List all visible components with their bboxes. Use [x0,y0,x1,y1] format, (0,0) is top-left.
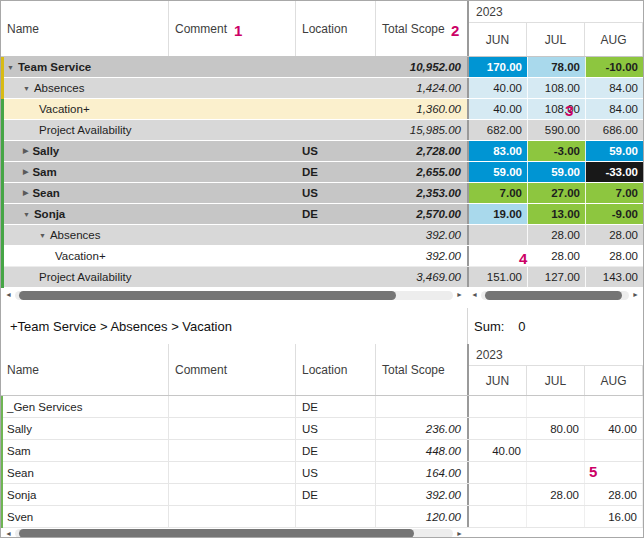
month-value-cell[interactable]: -3.00 [527,141,585,161]
month-value-cell[interactable] [527,440,585,461]
column-header-name[interactable]: Name [1,1,169,56]
month-value-cell[interactable] [469,396,527,417]
month-value-cell[interactable]: 59.00 [469,162,527,182]
scroll-right-arrow-icon[interactable]: ► [454,528,465,538]
month-header-jul[interactable]: JUL [527,23,585,56]
table-row[interactable]: SonjaDE392.0028.0028.00 [1,484,643,506]
month-value-cell[interactable] [469,418,527,439]
table-row[interactable]: ▼Absences1,424.0040.00108.0084.00 [1,78,643,99]
month-value-cell[interactable]: 40.00 [469,440,527,461]
table-row[interactable]: ▼Team Service10,952.00170.0078.00-10.00 [1,57,643,78]
month-value-cell[interactable]: -9.00 [585,204,643,224]
month-value-cell[interactable]: -10.00 [585,57,643,77]
month-value-cell[interactable]: 143.00 [585,267,643,287]
table-row[interactable]: Project Availability3,469.00151.00127.00… [1,267,643,288]
month-value-cell[interactable]: 590.00 [527,120,585,140]
scroll-left-arrow-icon[interactable]: ◄ [3,289,14,301]
table-row[interactable]: ▼SonjaDE2,570.0019.0013.00-9.00 [1,204,643,225]
month-header-jul[interactable]: JUL [527,366,585,395]
month-value-cell[interactable] [469,484,527,505]
month-value-cell[interactable]: 108.00 [527,78,585,98]
month-header-jun[interactable]: JUN [469,23,527,56]
scrollbar-thumb[interactable] [485,291,621,300]
collapse-arrow-icon[interactable]: ▼ [7,64,14,71]
month-value-cell[interactable]: 13.00 [527,204,585,224]
column-header-name[interactable]: Name [1,344,169,395]
collapse-arrow-icon[interactable]: ▼ [39,232,46,239]
month-value-cell[interactable] [469,506,527,527]
month-value-cell[interactable]: 28.00 [527,225,585,245]
bottom-horizontal-scrollbar[interactable]: ◄ ► [1,528,467,538]
scrollbar-thumb[interactable] [19,291,396,300]
column-header-comment[interactable]: Comment [169,1,296,56]
expand-arrow-icon[interactable]: ▶ [23,168,28,176]
month-value-cell[interactable]: 28.00 [527,246,585,266]
month-value-cell[interactable]: 78.00 [527,57,585,77]
month-value-cell[interactable] [469,462,527,483]
month-header-aug[interactable]: AUG [585,366,643,395]
expand-arrow-icon[interactable]: ▶ [23,147,28,155]
month-value-cell[interactable]: 40.00 [585,418,643,439]
month-value-cell[interactable]: 84.00 [585,99,643,119]
month-value-cell[interactable]: 28.00 [585,484,643,505]
month-value-cell[interactable]: 7.00 [585,183,643,203]
month-value-cell[interactable]: 27.00 [527,183,585,203]
column-header-location[interactable]: Location [296,1,376,56]
breadcrumb[interactable]: +Team Service > Absences > Vacation [10,319,232,334]
month-header-aug[interactable]: AUG [585,23,643,56]
collapse-arrow-icon[interactable]: ▼ [23,85,30,92]
column-header-location[interactable]: Location [296,344,376,395]
table-row[interactable]: Sven120.0016.00 [1,506,643,528]
month-value-cell[interactable]: 40.00 [469,78,527,98]
scrollbar-track[interactable] [15,291,453,300]
scrollbar-thumb[interactable] [19,529,413,538]
top-right-horizontal-scrollbar[interactable]: ◄ ► [467,289,643,301]
month-value-cell[interactable] [469,225,527,245]
scroll-right-arrow-icon[interactable]: ► [630,289,641,301]
column-header-total-scope[interactable]: Total Scope [376,344,467,395]
month-value-cell[interactable]: 28.00 [585,225,643,245]
month-value-cell[interactable]: 682.00 [469,120,527,140]
month-value-cell[interactable]: -33.00 [585,162,643,182]
month-value-cell[interactable]: 40.00 [469,99,527,119]
month-value-cell[interactable]: 19.00 [469,204,527,224]
month-value-cell[interactable]: 28.00 [585,246,643,266]
expand-arrow-icon[interactable]: ▶ [23,189,28,197]
month-value-cell[interactable] [527,462,585,483]
scrollbar-track[interactable] [15,529,453,538]
month-value-cell[interactable]: 108.00 [527,99,585,119]
table-row[interactable]: SeanUS164.00 [1,462,643,484]
table-row[interactable]: Vacation+1,360.0040.00108.0084.00 [1,99,643,120]
scroll-left-arrow-icon[interactable]: ◄ [3,528,14,538]
top-left-horizontal-scrollbar[interactable]: ◄ ► [1,289,467,301]
scroll-left-arrow-icon[interactable]: ◄ [469,289,480,301]
table-row[interactable]: _Gen ServicesDE [1,396,643,418]
month-header-jun[interactable]: JUN [469,366,527,395]
table-row[interactable]: SamDE448.0040.00 [1,440,643,462]
table-row[interactable]: ▼Absences392.0028.0028.00 [1,225,643,246]
month-value-cell[interactable]: 59.00 [527,162,585,182]
table-row[interactable]: ▶SallyUS2,728.0083.00-3.0059.00 [1,141,643,162]
scrollbar-track[interactable] [481,291,629,300]
collapse-arrow-icon[interactable]: ▼ [23,211,30,218]
table-row[interactable]: SallyUS236.0080.0040.00 [1,418,643,440]
month-value-cell[interactable]: 7.00 [469,183,527,203]
month-value-cell[interactable]: 59.00 [585,141,643,161]
month-value-cell[interactable]: 84.00 [585,78,643,98]
month-value-cell[interactable]: 16.00 [585,506,643,527]
table-row[interactable]: ▶SamDE2,655.0059.0059.00-33.00 [1,162,643,183]
month-value-cell[interactable] [585,440,643,461]
month-value-cell[interactable] [527,396,585,417]
month-value-cell[interactable]: 28.00 [527,484,585,505]
month-value-cell[interactable]: 151.00 [469,267,527,287]
column-header-comment[interactable]: Comment [169,344,296,395]
table-row[interactable]: Project Availability15,985.00682.00590.0… [1,120,643,141]
month-value-cell[interactable]: 686.00 [585,120,643,140]
month-value-cell[interactable] [585,396,643,417]
month-value-cell[interactable]: 80.00 [527,418,585,439]
table-row[interactable]: Vacation+392.0028.0028.00 [1,246,643,267]
month-value-cell[interactable]: 83.00 [469,141,527,161]
month-value-cell[interactable]: 170.00 [469,57,527,77]
scroll-right-arrow-icon[interactable]: ► [454,289,465,301]
month-value-cell[interactable]: 127.00 [527,267,585,287]
